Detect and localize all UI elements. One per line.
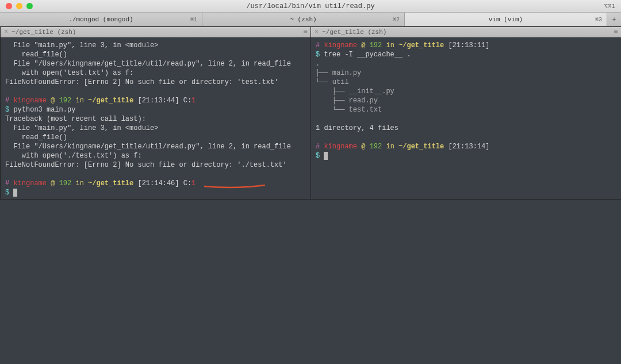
tab-label: vim (vim) bbox=[489, 16, 523, 23]
terminal[interactable]: File "main.py", line 3, in <module> read… bbox=[1, 37, 310, 199]
tab-label: ./mongod (mongod) bbox=[68, 16, 133, 23]
close-icon[interactable]: × bbox=[315, 28, 319, 36]
new-tab-button[interactable]: + bbox=[607, 13, 621, 26]
tab-shortcut: ⌘2 bbox=[393, 16, 400, 23]
tab-shortcut: ⌘3 bbox=[595, 16, 602, 23]
pane-bottom-right: × vim (vim) ≡ + main.py 1from util.read … bbox=[310, 199, 621, 200]
pane-title: ~/get_title (zsh) bbox=[322, 29, 614, 36]
pane-menu-icon[interactable]: ≡ bbox=[303, 28, 307, 36]
pane-header: × ~/get_title (zsh) ≡ bbox=[311, 27, 621, 37]
tab-mongod[interactable]: ./mongod (mongod) ⌘1 bbox=[0, 13, 202, 26]
tab-label: ~ (zsh) bbox=[290, 16, 316, 23]
pane-header: × ~/get_title (zsh) ≡ bbox=[1, 27, 310, 37]
annotation-underline bbox=[203, 183, 266, 189]
pane-title: ~/get_title (zsh) bbox=[12, 29, 303, 36]
pane-grid: × ~/get_title (zsh) ≡ File "main.py", li… bbox=[0, 26, 621, 364]
tab-vim[interactable]: vim (vim) ⌘3 bbox=[405, 13, 607, 26]
window-title: /usr/local/bin/vim util/read.py bbox=[0, 2, 621, 10]
titlebar: /usr/local/bin/vim util/read.py ⌥⌘1 bbox=[0, 0, 621, 13]
pane-menu-icon[interactable]: ≡ bbox=[614, 28, 618, 36]
terminal[interactable]: # kingname @ 192 in ~/get_title [21:13:1… bbox=[311, 37, 621, 199]
tab-bar: ./mongod (mongod) ⌘1 ~ (zsh) ⌘2 vim (vim… bbox=[0, 13, 621, 26]
tab-zsh[interactable]: ~ (zsh) ⌘2 bbox=[202, 13, 405, 26]
tab-shortcut: ⌘1 bbox=[190, 16, 197, 23]
pane-top-left: × ~/get_title (zsh) ≡ File "main.py", li… bbox=[0, 26, 310, 199]
close-icon[interactable]: × bbox=[4, 28, 8, 36]
pane-bottom-left: × vim (vim) ≡ u/read.py 1def read_file()… bbox=[0, 199, 310, 200]
pane-top-right: × ~/get_title (zsh) ≡ # kingname @ 192 i… bbox=[310, 26, 621, 199]
